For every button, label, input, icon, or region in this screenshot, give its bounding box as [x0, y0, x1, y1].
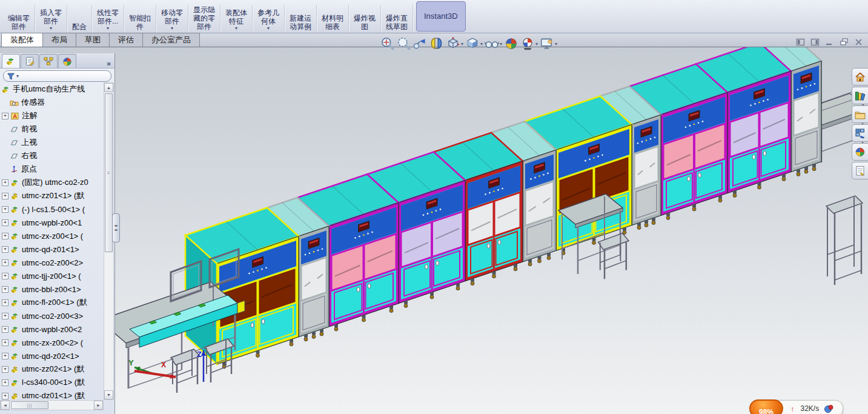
tree-item-2[interactable]: +注解	[0, 109, 104, 122]
tree-item-23[interactable]: +utmc-dz01<1> (默	[0, 389, 104, 400]
scroll-down-button[interactable]: ▼	[104, 390, 113, 399]
tab-办公室产品[interactable]: 办公室产品	[142, 33, 200, 47]
dropdown-arrow-icon[interactable]: ▾	[535, 41, 538, 47]
expander-plus-icon[interactable]: +	[2, 219, 8, 226]
previous-view-button[interactable]	[413, 36, 428, 51]
cmd-button-0[interactable]: 编辑零 部件	[4, 0, 34, 33]
expander-plus-icon[interactable]: +	[2, 206, 8, 213]
tree-item-7[interactable]: +(固定) utmc-co2-z0	[0, 176, 104, 189]
tree-item-8[interactable]: +utmc-zz01<1> (默	[0, 189, 104, 202]
panel-tab-displaymanager[interactable]	[58, 54, 76, 68]
minimize-button[interactable]	[825, 38, 834, 49]
view-orientation-button[interactable]: ▾	[446, 36, 463, 51]
cmd-button-9[interactable]: 新建运 动算例	[285, 0, 316, 33]
taskpane-file-explorer-button[interactable]	[852, 105, 868, 123]
expander-plus-icon[interactable]: +	[2, 326, 8, 333]
tree-item-18[interactable]: +utmc-wpbl-z00<2	[0, 322, 104, 336]
panel-splitter-handle[interactable]: ◂▸◂▸	[112, 213, 120, 242]
cmd-button-8[interactable]: 参考几 何体▾	[253, 0, 283, 33]
view-settings-button[interactable]: ▾	[540, 36, 557, 51]
tree-item-17[interactable]: +utmc-co2-z00<3>	[0, 309, 104, 322]
cmd-button-10[interactable]: 材料明 细表	[317, 0, 348, 33]
tree-item-10[interactable]: +utmc-wpbl-z00<1	[0, 216, 104, 229]
cmd-button-5[interactable]: 移动零 部件▾	[157, 0, 187, 33]
expander-plus-icon[interactable]: +	[2, 179, 8, 186]
tree-filter-box[interactable]: ▾	[3, 70, 111, 82]
taskpane-custom-properties-button[interactable]	[852, 162, 868, 179]
tab-评估[interactable]: 评估	[109, 33, 143, 47]
cmd-button-1[interactable]: 插入零 部件▾	[36, 0, 66, 33]
taskpane-design-library-button[interactable]	[852, 87, 868, 104]
cmd-button-13[interactable]: Instant3D	[416, 1, 466, 32]
cmd-button-11[interactable]: 爆炸视 图	[350, 0, 380, 33]
tree-horizontal-scrollbar[interactable]: ◄|||►	[0, 400, 104, 410]
dropdown-arrow-icon[interactable]: ▾	[50, 26, 52, 31]
pane-right-button[interactable]	[810, 38, 820, 49]
cmd-button-7[interactable]: 装配体 特征▾	[221, 0, 251, 33]
cmd-button-2[interactable]: 配合	[68, 0, 91, 33]
tree-item-11[interactable]: +utmc-zx-z00<1> (	[0, 229, 104, 242]
dropdown-arrow-icon[interactable]: ▾	[480, 41, 483, 47]
tree-item-15[interactable]: +utmc-bbl-z00<1>	[0, 282, 104, 296]
tree-item-1[interactable]: 传感器	[0, 96, 104, 109]
expander-plus-icon[interactable]: +	[2, 286, 8, 293]
tree-item-9[interactable]: +(-) l-cs1.5-00<1> (	[0, 202, 104, 216]
expander-plus-icon[interactable]: +	[2, 366, 8, 373]
tree-item-6[interactable]: 原点	[0, 162, 104, 176]
panel-tab-overflow[interactable]: »	[107, 59, 111, 68]
tree-item-13[interactable]: +utmc-co2-z00<2>	[0, 256, 104, 269]
tree-item-12[interactable]: +utmc-qd-z01<1>	[0, 242, 104, 256]
cmd-button-3[interactable]: 线性零 部件...▾	[93, 0, 123, 33]
panel-tab-propertymanager[interactable]	[21, 54, 39, 68]
tree-item-0[interactable]: 手机utmc自动生产线	[0, 82, 104, 96]
dropdown-arrow-icon[interactable]: ▾	[267, 26, 270, 31]
scroll-left-button[interactable]: ◄	[1, 401, 10, 410]
tab-装配体[interactable]: 装配体	[1, 33, 43, 47]
pane-left-button[interactable]	[796, 38, 805, 49]
tree-item-22[interactable]: +l-cs340-00<1> (默	[0, 376, 104, 389]
filter-dropdown-arrow[interactable]: ▾	[16, 73, 19, 79]
tree-item-14[interactable]: +utmc-tjj-z00<1> (	[0, 269, 104, 282]
expander-plus-icon[interactable]: +	[2, 273, 8, 279]
dropdown-arrow-icon[interactable]: ▾	[107, 26, 109, 31]
expander-plus-icon[interactable]: +	[2, 246, 8, 253]
panel-tab-featuremanager[interactable]	[2, 54, 20, 68]
expander-plus-icon[interactable]: +	[2, 299, 8, 306]
expander-plus-icon[interactable]: +	[2, 379, 8, 386]
expander-plus-icon[interactable]: +	[2, 353, 8, 359]
dropdown-arrow-icon[interactable]: ▾	[555, 41, 557, 47]
tree-item-20[interactable]: +utmc-qd-z02<1>	[0, 349, 104, 362]
tree-item-21[interactable]: +utmc-zz02<1> (默	[0, 362, 104, 376]
apply-scene-button[interactable]: ▾	[520, 36, 538, 51]
cmd-button-12[interactable]: 爆炸直 线草图	[382, 0, 412, 33]
expander-plus-icon[interactable]: +	[2, 113, 8, 119]
panel-tab-configurationmanager[interactable]	[39, 54, 58, 68]
dropdown-arrow-icon[interactable]: ▾	[235, 26, 237, 31]
section-view-button[interactable]	[429, 36, 444, 51]
tab-草图[interactable]: 草图	[76, 33, 110, 47]
tree-item-16[interactable]: +utmc-fl-z00<1> (默	[0, 296, 104, 309]
tree-item-4[interactable]: 上视	[0, 136, 104, 149]
restore-button[interactable]	[840, 38, 849, 49]
zoom-area-button[interactable]	[397, 36, 411, 51]
scroll-up-button[interactable]: ▲	[104, 83, 113, 92]
tree-item-19[interactable]: +utmc-zx-z00<2> (	[0, 336, 104, 349]
tab-布局[interactable]: 布局	[42, 33, 76, 47]
close-button[interactable]	[854, 38, 863, 49]
cmd-button-4[interactable]: 智能扣 件	[125, 0, 155, 33]
edit-appearance-button[interactable]	[504, 36, 518, 51]
display-style-button[interactable]: ▾	[465, 36, 483, 51]
download-monitor-widget[interactable]: 98% ↑ 32K/s	[750, 400, 843, 414]
tree-item-5[interactable]: 右视	[0, 149, 104, 162]
zoom-fit-button[interactable]	[380, 36, 395, 51]
expander-plus-icon[interactable]: +	[2, 313, 8, 319]
cmd-button-6[interactable]: 显示隐 藏的零 部件	[189, 0, 219, 33]
hscroll-thumb[interactable]: |||	[11, 401, 48, 409]
tree-item-3[interactable]: 前视	[0, 122, 104, 136]
dropdown-arrow-icon[interactable]: ▾	[171, 26, 173, 31]
expander-plus-icon[interactable]: +	[2, 339, 8, 346]
expander-plus-icon[interactable]: +	[2, 193, 8, 199]
hide-show-items-button[interactable]: ▾	[485, 36, 502, 51]
taskpane-appearances-button[interactable]	[852, 143, 868, 161]
taskpane-home-button[interactable]	[852, 68, 868, 85]
